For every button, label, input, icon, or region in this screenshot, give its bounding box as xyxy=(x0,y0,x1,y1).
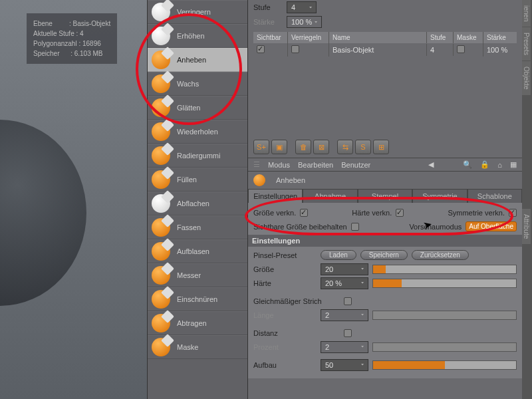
checkbox-visible[interactable] xyxy=(257,45,265,53)
tool-label: Messer xyxy=(177,271,201,279)
chk-distanz[interactable] xyxy=(344,329,352,337)
tool-label: Fassen xyxy=(177,223,201,231)
btn-laden[interactable]: Laden xyxy=(321,250,356,260)
menu-icon[interactable]: ▦ xyxy=(510,160,517,169)
delete-icon[interactable]: 🗑 xyxy=(295,140,311,154)
tool-title-icon xyxy=(253,174,265,186)
row-view-options: Sichtbare Größe beibehalten Vorschaumodu… xyxy=(253,219,517,233)
row-prozent: Prozent 2 xyxy=(253,340,517,354)
brush-icon xyxy=(152,266,170,285)
tab-einstellungen[interactable]: Einstellungen xyxy=(248,189,303,203)
layer-iconbar: S+ ▣ 🗑 ⊠ ⇆ S ⊞ xyxy=(248,136,522,158)
tool-label: Wiederholen xyxy=(177,128,218,136)
brush-icon xyxy=(152,74,170,93)
chk-gleichmaessig[interactable] xyxy=(344,297,352,305)
clear-icon[interactable]: ⊠ xyxy=(313,140,329,154)
input-stufe[interactable]: 4 xyxy=(287,1,317,13)
vtab-ebenen[interactable]: ienen xyxy=(522,0,531,27)
home-icon[interactable]: ⌂ xyxy=(497,161,502,169)
vtab-objekte[interactable]: Objekte xyxy=(522,61,531,94)
tool-abflachen[interactable]: Abflachen xyxy=(148,192,247,215)
menu-bearbeiten[interactable]: Bearbeiten xyxy=(298,161,333,169)
brush-icon xyxy=(152,98,170,117)
tab-symmetrie[interactable]: Symmetrie xyxy=(412,189,467,203)
input-groesse[interactable]: 20 xyxy=(321,263,368,275)
tool-label: Einschnüren xyxy=(177,295,217,303)
slider-aufbau[interactable] xyxy=(372,360,517,370)
tool-anheben[interactable]: Anheben xyxy=(148,48,247,72)
tool-erhöhen[interactable]: Erhöhen xyxy=(148,24,247,48)
add-folder-icon[interactable]: ▣ xyxy=(271,140,287,154)
brush-icon xyxy=(152,194,170,213)
layer-table-head: Sichtbar Verriegeln Name Stufe Maske Stä… xyxy=(253,32,517,43)
label-stufe: Stufe xyxy=(253,3,287,11)
tool-aufblasen[interactable]: Aufblasen xyxy=(148,239,247,263)
tool-label: Füllen xyxy=(177,176,197,184)
input-aufbau[interactable]: 50 xyxy=(321,359,368,371)
input-staerke[interactable]: 100 % xyxy=(287,16,322,28)
checkbox-locked[interactable] xyxy=(291,45,299,53)
viewport-3d[interactable]: Ebene : Basis-Objekt Aktuelle Stufe : 4 … xyxy=(0,0,147,399)
checkbox-mask[interactable] xyxy=(457,45,465,53)
tool-maske[interactable]: Maske xyxy=(148,335,247,359)
tool-fassen[interactable]: Fassen xyxy=(148,215,247,239)
tool-label: Wachs xyxy=(177,80,199,88)
btn-auf-oberflaeche[interactable]: Auf Oberfläche xyxy=(466,221,517,231)
opt1-icon[interactable]: S xyxy=(355,140,371,154)
menu-modus[interactable]: Modus xyxy=(268,161,290,169)
row-groesse: Größe 20 xyxy=(253,262,517,276)
input-haerte[interactable]: 20 % xyxy=(321,277,368,289)
settings-panel: Größe verkn. Härte verkn. Symmetrie verk… xyxy=(248,203,522,378)
tool-füllen[interactable]: Füllen xyxy=(148,168,247,192)
brush-icon xyxy=(152,338,170,356)
lock-icon[interactable]: 🔒 xyxy=(480,160,489,169)
brush-icon xyxy=(152,314,170,332)
slider-groesse[interactable] xyxy=(372,265,517,274)
btn-speichern[interactable]: Speichern xyxy=(360,250,408,260)
chk-symmetrie-verkn[interactable] xyxy=(509,209,517,217)
row-stufe: Stufe 4 xyxy=(248,0,522,15)
tool-messer[interactable]: Messer xyxy=(148,263,247,287)
row-haerte: Härte 20 % xyxy=(253,276,517,290)
btn-zuruecksetzen[interactable]: Zurücksetzen xyxy=(412,250,469,260)
tool-einschnüren[interactable]: Einschnüren xyxy=(148,287,247,311)
nav-back-icon[interactable]: ◀ xyxy=(428,160,434,169)
row-distanz: Distanz xyxy=(253,326,517,340)
row-aufbau: Aufbau 50 xyxy=(253,358,517,372)
row-laenge: Länge 2 xyxy=(253,308,517,322)
link-icon[interactable]: ⇆ xyxy=(337,140,353,154)
row-staerke: Stärke 100 % xyxy=(248,15,522,29)
search-icon[interactable]: 🔍 xyxy=(463,160,472,169)
tool-glätten[interactable]: Glätten xyxy=(148,96,247,120)
input-laenge[interactable]: 2 xyxy=(321,309,368,321)
vtab-attribute[interactable]: Attribute xyxy=(522,209,531,244)
add-layer-icon[interactable]: S+ xyxy=(253,140,269,154)
chk-haerte-verkn[interactable] xyxy=(396,209,404,217)
row-preset: Pinsel-Preset Laden Speichern Zurücksetz… xyxy=(253,248,517,262)
slider-haerte[interactable] xyxy=(372,279,517,288)
mesh-sphere xyxy=(0,120,86,306)
chk-sichtbare-groesse[interactable] xyxy=(351,223,359,231)
vtab-presets[interactable]: Presets xyxy=(522,27,531,61)
tab-abnahme[interactable]: Abnahme xyxy=(303,189,357,203)
tool-label: Erhöhen xyxy=(177,32,205,40)
slider-prozent xyxy=(372,342,517,352)
chk-groesse-verkn[interactable] xyxy=(300,209,308,217)
input-prozent[interactable]: 2 xyxy=(321,341,368,353)
tool-abtragen[interactable]: Abtragen xyxy=(148,311,247,335)
section-einstellungen: Einstellungen xyxy=(248,235,522,247)
tool-wachs[interactable]: Wachs xyxy=(148,72,247,96)
tool-label: Radiergummi xyxy=(177,152,220,160)
tool-verringern[interactable]: Verringern xyxy=(148,0,247,24)
brush-icon xyxy=(152,242,170,261)
sculpt-tool-list: VerringernErhöhenAnhebenWachsGlättenWied… xyxy=(147,0,248,399)
tab-stempel[interactable]: Stempel xyxy=(358,189,412,203)
tool-label: Aufblasen xyxy=(177,247,209,255)
layer-table: Sichtbar Verriegeln Name Stufe Maske Stä… xyxy=(253,32,517,57)
opt2-icon[interactable]: ⊞ xyxy=(373,140,389,154)
menu-benutzer[interactable]: Benutzer xyxy=(341,161,370,169)
layer-row[interactable]: Basis-Objekt 4 100 % xyxy=(253,43,517,57)
tool-radiergummi[interactable]: Radiergummi xyxy=(148,144,247,168)
tab-schablone[interactable]: Schablone xyxy=(467,189,522,203)
tool-wiederholen[interactable]: Wiederholen xyxy=(148,120,247,144)
